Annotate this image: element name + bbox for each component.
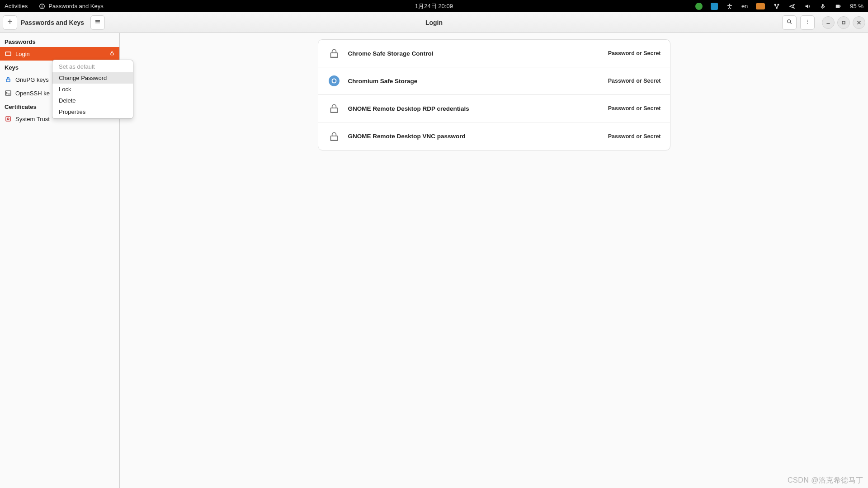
svg-point-18 xyxy=(807,21,808,22)
svg-rect-26 xyxy=(6,79,10,82)
app-menu-button[interactable]: Passwords and Keys xyxy=(38,3,103,10)
context-item-delete[interactable]: Delete xyxy=(52,95,133,106)
sidebar-item-label: GnuPG keys xyxy=(15,76,49,83)
battery-icon[interactable] xyxy=(835,3,842,10)
context-item-lock[interactable]: Lock xyxy=(52,84,133,95)
battery-percent: 95 % xyxy=(850,3,863,9)
password-row[interactable]: GNOME Remote Desktop VNC password Passwo… xyxy=(318,122,670,150)
password-name: Chrome Safe Storage Control xyxy=(348,50,434,57)
svg-rect-9 xyxy=(840,5,840,7)
svg-rect-28 xyxy=(6,117,10,121)
svg-line-16 xyxy=(790,22,792,23)
svg-rect-25 xyxy=(111,53,113,55)
search-icon xyxy=(786,19,793,27)
svg-rect-30 xyxy=(330,53,337,57)
sidebar-section-passwords: Passwords xyxy=(0,35,119,47)
lock-icon xyxy=(327,102,341,115)
tray-indicator-orange-icon[interactable] xyxy=(756,3,765,9)
password-type: Password or Secret xyxy=(608,105,661,112)
password-name: GNOME Remote Desktop VNC password xyxy=(348,133,466,140)
activities-button[interactable]: Activities xyxy=(5,3,28,9)
password-type: Password or Secret xyxy=(608,133,661,140)
system-top-bar: Activities Passwords and Keys 1月24日 20:0… xyxy=(0,0,868,12)
svg-rect-21 xyxy=(842,21,845,24)
view-more-button[interactable] xyxy=(800,15,815,30)
svg-point-19 xyxy=(807,23,808,23)
password-type: Password or Secret xyxy=(608,50,661,56)
header-bar: Passwords and Keys Login xyxy=(0,12,868,33)
password-row[interactable]: Chrome Safe Storage Control Password or … xyxy=(318,40,670,67)
search-button[interactable] xyxy=(782,15,797,30)
clock-text: 1月24日 20:09 xyxy=(415,3,453,9)
app-menu-label: Passwords and Keys xyxy=(48,3,103,9)
watermark: CSDN @洛克希德马丁 xyxy=(788,476,863,485)
password-row[interactable]: Chromium Safe Storage Password or Secret xyxy=(318,67,670,95)
svg-rect-37 xyxy=(330,136,337,140)
svg-rect-27 xyxy=(5,91,11,95)
chromium-icon xyxy=(327,74,341,88)
lock-icon xyxy=(109,51,115,57)
svg-rect-7 xyxy=(822,4,824,6)
plus-icon xyxy=(7,19,13,27)
svg-point-3 xyxy=(729,4,731,5)
hamburger-icon xyxy=(94,19,101,27)
password-row[interactable]: GNOME Remote Desktop RDP credentials Pas… xyxy=(318,95,670,122)
main-content: Chrome Safe Storage Control Password or … xyxy=(120,33,868,488)
volume-icon[interactable] xyxy=(804,3,811,10)
svg-rect-35 xyxy=(330,108,337,113)
kebab-icon xyxy=(804,19,811,27)
input-language[interactable]: en xyxy=(741,3,748,9)
sidebar-item-login[interactable]: Login xyxy=(0,47,119,61)
password-name: Chromium Safe Storage xyxy=(348,78,418,84)
clock[interactable]: 1月24日 20:09 xyxy=(415,2,453,10)
maximize-icon xyxy=(841,19,846,27)
network-icon[interactable] xyxy=(773,3,780,10)
password-list: Chrome Safe Storage Control Password or … xyxy=(318,39,670,150)
certificate-icon xyxy=(5,115,12,122)
openssh-icon xyxy=(5,89,12,97)
password-type: Password or Secret xyxy=(608,78,661,84)
keyring-icon xyxy=(5,50,12,57)
gnupg-icon xyxy=(5,76,12,83)
context-menu: Set as default Change Password Lock Dele… xyxy=(52,60,133,119)
sidebar-toggle-button[interactable] xyxy=(90,15,105,30)
microphone-icon[interactable] xyxy=(819,3,826,10)
svg-point-34 xyxy=(332,80,335,83)
header-left-title: Passwords and Keys xyxy=(21,19,84,26)
system-tray: en 95 % xyxy=(695,3,863,10)
window-minimize-button[interactable] xyxy=(822,16,835,29)
minimize-icon xyxy=(826,19,830,27)
context-item-set-default: Set as default xyxy=(52,61,133,72)
sidebar-item-label: OpenSSH ke xyxy=(15,90,50,97)
sidebar-item-label: Login xyxy=(15,51,30,57)
activities-label: Activities xyxy=(5,3,28,9)
window-maximize-button[interactable] xyxy=(837,16,850,29)
lock-icon xyxy=(327,47,341,60)
svg-rect-24 xyxy=(5,52,11,56)
window-close-button[interactable] xyxy=(853,16,865,29)
svg-point-17 xyxy=(807,19,808,20)
accessibility-icon[interactable] xyxy=(726,3,733,10)
close-icon xyxy=(857,19,861,27)
svg-point-29 xyxy=(7,118,9,120)
header-center-title: Login xyxy=(425,19,443,26)
tray-indicator-green-icon[interactable] xyxy=(695,3,703,10)
svg-rect-8 xyxy=(836,5,840,8)
airplane-mode-icon[interactable] xyxy=(788,3,796,10)
add-button[interactable] xyxy=(3,15,17,30)
info-icon xyxy=(38,3,46,10)
password-name: GNOME Remote Desktop RDP credentials xyxy=(348,105,469,112)
sidebar-item-label: System Trust xyxy=(15,116,50,122)
tray-indicator-blue-icon[interactable] xyxy=(711,3,718,10)
lock-icon xyxy=(327,130,341,143)
context-item-properties[interactable]: Properties xyxy=(52,106,133,117)
context-item-change-password[interactable]: Change Password xyxy=(52,72,133,84)
svg-point-2 xyxy=(42,5,42,5)
